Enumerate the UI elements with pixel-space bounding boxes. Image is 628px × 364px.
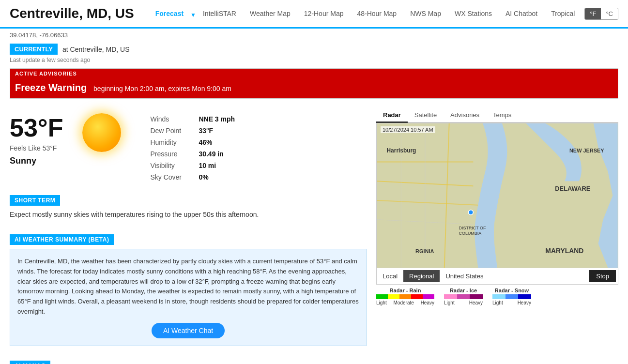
- nav-item-48hour[interactable]: 48-Hour Map: [350, 6, 403, 21]
- svg-text:COLUMBIA: COLUMBIA: [459, 231, 482, 236]
- header: Centreville, MD, US Forecast▼IntelliSTAR…: [0, 0, 628, 29]
- nav-item-chatbot[interactable]: AI Chatbot: [499, 6, 544, 21]
- ai-chat-button[interactable]: AI Weather Chat: [152, 323, 225, 338]
- visibility-value: 10 mi: [199, 162, 216, 169]
- map-controls: LocalRegionalUnited StatesStop: [376, 268, 618, 285]
- sun-circle: [82, 113, 121, 152]
- svg-text:NEW JERSEY: NEW JERSEY: [569, 148, 604, 153]
- short-term-text: Expect mostly sunny skies with temperatu…: [10, 210, 367, 220]
- svg-text:MARYLAND: MARYLAND: [545, 247, 583, 255]
- humidity-label: Humidity: [150, 138, 199, 146]
- winds-row: Winds NNE 3 mph: [150, 113, 235, 125]
- skycover-label: Sky Cover: [150, 173, 199, 181]
- condition: Sunny: [10, 156, 63, 166]
- legend-ice-title: Radar - Ice: [450, 288, 477, 293]
- temp-section: 53°F Feels Like 53°F Sunny: [10, 113, 63, 166]
- map-tab-advisories[interactable]: Advisories: [444, 108, 486, 123]
- ai-summary-badge: AI WEATHER SUMMARY (BETA): [10, 234, 114, 245]
- left-panel: 53°F Feels Like 53°F Sunny Winds NNE 3 m…: [10, 108, 367, 364]
- snow-heavy: Heavy: [518, 300, 531, 305]
- svg-text:DISTRICT OF: DISTRICT OF: [459, 226, 486, 230]
- currently-badge: CURRENTLY: [10, 44, 58, 55]
- legend-snow-title: Radar - Snow: [495, 288, 529, 293]
- weather-current: 53°F Feels Like 53°F Sunny Winds NNE 3 m…: [10, 108, 367, 188]
- winds-value: NNE 3 mph: [199, 115, 235, 123]
- weather-details: Winds NNE 3 mph Dew Point 33°F Humidity …: [150, 113, 235, 183]
- rain-light: Light: [376, 300, 387, 305]
- pressure-row: Pressure 30.49 in: [150, 148, 235, 160]
- celsius-button[interactable]: °C: [601, 8, 618, 19]
- rain-heavy: Heavy: [421, 300, 434, 305]
- unit-toggle[interactable]: °F °C: [584, 8, 618, 20]
- ai-summary-text: In Centreville, MD, the weather has been…: [17, 257, 359, 317]
- humidity-row: Humidity 46%: [150, 136, 235, 148]
- legend-snow-labels: Light Heavy: [492, 300, 531, 305]
- nav-item-tropical[interactable]: Tropical: [544, 6, 582, 21]
- nav-item-weather-map[interactable]: Weather Map: [243, 6, 297, 21]
- nav-item-stations[interactable]: WX Stations: [448, 6, 499, 21]
- skycover-row: Sky Cover 0%: [150, 171, 235, 183]
- ice-heavy: Heavy: [469, 300, 483, 305]
- coordinates: 39.04178, -76.06633: [0, 29, 628, 42]
- map-view-buttons: LocalRegionalUnited States: [377, 270, 489, 282]
- advisory-box: ACTIVE ADVISORIES Freeze Warning beginni…: [10, 68, 618, 99]
- short-term-badge: SHORT TERM: [10, 195, 60, 206]
- weather-icon: [82, 113, 121, 152]
- winds-label: Winds: [150, 115, 199, 123]
- nav-item-intellistar[interactable]: IntelliSTAR: [196, 6, 243, 21]
- map-tab-satellite[interactable]: Satellite: [408, 108, 444, 123]
- ice-light: Light: [444, 300, 455, 305]
- map-stop-button[interactable]: Stop: [589, 270, 616, 282]
- legend-rain-bar: [376, 294, 434, 299]
- advisory-header: ACTIVE ADVISORIES: [10, 69, 618, 78]
- temperature: 53°F: [10, 113, 63, 142]
- right-panel: RadarSatelliteAdvisoriesTemps 10/27/2024…: [376, 108, 618, 364]
- map-legend: Radar - Rain Light Moderate Heavy Radar …: [376, 285, 618, 308]
- legend-ice-labels: Light Heavy: [444, 300, 483, 305]
- skycover-value: 0%: [199, 173, 208, 181]
- nav-item-nws[interactable]: NWS Map: [403, 6, 448, 21]
- map-view-btn-local[interactable]: Local: [377, 270, 403, 282]
- map-view-btn-united-states[interactable]: United States: [440, 270, 489, 282]
- map-timestamp: 10/27/2024 10:57 AM: [381, 126, 435, 133]
- legend-ice-bar: [444, 294, 483, 299]
- legend-snow-bar: [492, 294, 531, 299]
- currently-location: at Centreville, MD, US: [62, 46, 129, 53]
- advisory-description: beginning Mon 2:00 am, expires Mon 9:00 …: [93, 85, 231, 92]
- map-tabs: RadarSatelliteAdvisoriesTemps: [376, 108, 618, 123]
- almanac-badge: ALMANAC: [10, 361, 50, 364]
- visibility-row: Visibility 10 mi: [150, 160, 235, 171]
- svg-text:RGINIA: RGINIA: [415, 248, 434, 254]
- map-svg: DELAWARE MARYLAND NEW JERSEY RGINIA DIST…: [377, 123, 618, 268]
- visibility-label: Visibility: [150, 162, 199, 169]
- last-update: Last update a few seconds ago: [0, 56, 628, 68]
- svg-point-16: [468, 210, 473, 215]
- map-view-btn-regional[interactable]: Regional: [403, 270, 440, 282]
- svg-text:DELAWARE: DELAWARE: [555, 185, 591, 192]
- advisory-title: Freeze Warning: [15, 82, 87, 93]
- map-container: 10/27/2024 10:57 AM DELAWARE MARYLAND NE…: [376, 123, 618, 268]
- pressure-label: Pressure: [150, 150, 199, 158]
- map-tab-radar[interactable]: Radar: [376, 108, 408, 123]
- advisory-body: Freeze Warning beginning Mon 2:00 am, ex…: [10, 78, 618, 98]
- legend-snow: Radar - Snow Light Heavy: [492, 288, 531, 305]
- site-title: Centreville, MD, US: [10, 6, 134, 21]
- map-tab-temps[interactable]: Temps: [486, 108, 518, 123]
- dewpoint-value: 33°F: [199, 127, 213, 135]
- svg-text:Harrisburg: Harrisburg: [387, 147, 416, 154]
- main-nav: Forecast▼IntelliSTARWeather Map12-Hour M…: [149, 6, 582, 21]
- fahrenheit-button[interactable]: °F: [585, 8, 601, 19]
- legend-ice: Radar - Ice Light Heavy: [444, 288, 483, 305]
- ai-section: In Centreville, MD, the weather has been…: [10, 249, 367, 346]
- nav-arrow-icon: ▼: [190, 12, 196, 18]
- dewpoint-label: Dew Point: [150, 127, 199, 135]
- snow-light: Light: [492, 300, 503, 305]
- nav-item-12hour[interactable]: 12-Hour Map: [297, 6, 351, 21]
- legend-rain-labels: Light Moderate Heavy: [376, 300, 434, 305]
- nav-item-forecast[interactable]: Forecast: [149, 6, 190, 21]
- legend-rain-title: Radar - Rain: [390, 288, 421, 293]
- feels-like: Feels Like 53°F: [10, 144, 63, 152]
- main-area: 53°F Feels Like 53°F Sunny Winds NNE 3 m…: [0, 108, 628, 364]
- humidity-value: 46%: [199, 138, 212, 146]
- dewpoint-row: Dew Point 33°F: [150, 125, 235, 136]
